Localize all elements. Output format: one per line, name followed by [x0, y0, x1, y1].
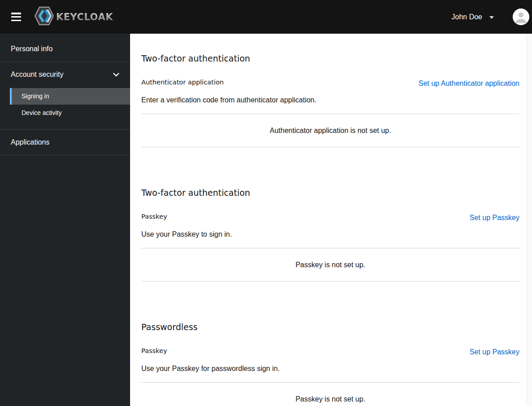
sidebar-item-label: Account security: [11, 71, 63, 79]
keycloak-logo-icon: [35, 6, 54, 28]
avatar[interactable]: [513, 9, 529, 25]
sidebar-item-label: Applications: [11, 138, 49, 146]
sidebar-divider: [0, 62, 130, 62]
keycloak-wordmark: KEYCLOAK: [56, 12, 113, 22]
nav-toggle-hamburger-icon[interactable]: [11, 13, 21, 21]
scrollbar[interactable]: [527, 34, 532, 406]
sidebar-item-signing-in[interactable]: Signing in: [10, 88, 130, 105]
sidebar-item-applications[interactable]: Applications: [0, 132, 130, 153]
credential-description: Use your Passkey to sign in.: [141, 229, 519, 239]
keycloak-logo[interactable]: KEYCLOAK: [35, 6, 113, 28]
divider: [141, 281, 519, 282]
sidebar: Personal info Account security Signing i…: [0, 34, 130, 406]
sidebar-item-personal-info[interactable]: Personal info: [0, 38, 130, 60]
user-name: John Doe: [452, 13, 483, 21]
setup-passkey-link[interactable]: Set up Passkey: [470, 349, 519, 356]
credential-description: Use your Passkey for passwordless sign i…: [141, 364, 519, 373]
chevron-down-icon: [113, 71, 119, 79]
section-title: Passwordless: [141, 321, 519, 333]
setup-passkey-link[interactable]: Set up Passkey: [470, 214, 519, 221]
sidebar-item-device-activity[interactable]: Device activity: [10, 105, 130, 121]
user-dropdown[interactable]: John Doe: [452, 13, 494, 21]
empty-state-text: Passkey is not set up.: [141, 248, 519, 281]
sidebar-item-label: Personal info: [11, 45, 52, 53]
sidebar-item-label: Signing in: [22, 93, 49, 100]
masthead: KEYCLOAK John Doe: [0, 0, 532, 34]
divider: [141, 147, 519, 147]
sidebar-item-account-security[interactable]: Account security: [0, 64, 130, 85]
empty-state-text: Passkey is not set up.: [141, 383, 519, 406]
caret-down-icon: [489, 16, 494, 19]
credential-type-label: Authenticator application: [141, 78, 224, 87]
sidebar-divider: [0, 129, 130, 130]
signing-in-page: Two-factor authentication Authenticator …: [130, 34, 527, 406]
account-security-subnav: Signing in Device activity: [0, 88, 130, 128]
passwordless-section: Passwordless Passkey Set up Passkey Use …: [141, 321, 519, 406]
two-factor-authenticator-section: Two-factor authentication Authenticator …: [141, 53, 519, 147]
section-title: Two-factor authentication: [141, 53, 519, 64]
two-factor-passkey-section: Two-factor authentication Passkey Set up…: [141, 187, 519, 282]
section-title: Two-factor authentication: [141, 187, 519, 199]
credential-type-label: Passkey: [141, 212, 167, 221]
credential-type-label: Passkey: [141, 346, 167, 356]
sidebar-divider: [0, 155, 130, 155]
credential-description: Enter a verification code from authentic…: [141, 95, 519, 105]
setup-authenticator-link[interactable]: Set up Authenticator application: [419, 80, 519, 87]
empty-state-text: Authenticator application is not set up.: [141, 114, 519, 147]
sidebar-item-label: Device activity: [22, 109, 61, 116]
sidebar-nav: Personal info Account security Signing i…: [0, 34, 130, 155]
